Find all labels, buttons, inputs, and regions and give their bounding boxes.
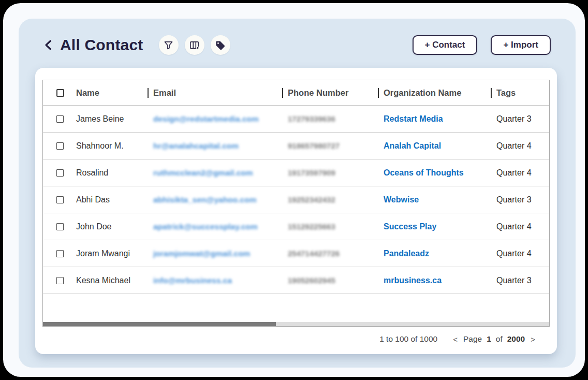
scrollbar-thumb[interactable] xyxy=(43,322,276,326)
organization-link[interactable]: Webwise xyxy=(378,195,491,204)
table-row[interactable]: Shahnoor M. hr@analahcapital.com 9186579… xyxy=(43,132,549,159)
tag-button[interactable] xyxy=(211,35,230,55)
contact-phone: 19252342432 xyxy=(282,195,378,204)
chevron-left-icon xyxy=(42,38,55,52)
row-checkbox-cell xyxy=(43,250,76,257)
horizontal-scrollbar[interactable] xyxy=(43,322,549,326)
contact-email[interactable]: apatrick@successplay.com xyxy=(148,222,282,231)
contact-phone: 254714427726 xyxy=(282,249,378,258)
contact-phone: 19173597909 xyxy=(282,168,378,177)
organization-link[interactable]: Redstart Media xyxy=(378,114,491,124)
contact-phone: 918657980727 xyxy=(282,141,378,150)
organization-link[interactable]: Analah Capital xyxy=(378,141,491,151)
contact-phone: 15129225663 xyxy=(282,222,378,231)
table-row[interactable]: Rosalind ruthmcclean2@gmail.com 19173597… xyxy=(43,159,549,186)
select-all-cell xyxy=(43,89,76,97)
organization-link[interactable]: Success Play xyxy=(378,222,491,231)
contact-tag: Quarter 3 xyxy=(491,114,549,124)
row-checkbox[interactable] xyxy=(56,142,64,150)
contact-email[interactable]: design@redstartmedia.com xyxy=(148,114,282,124)
contact-email[interactable]: joramjomwat@gmail.com xyxy=(148,249,282,258)
contact-name: John Doe xyxy=(76,222,148,231)
contact-email[interactable]: info@mrbusiness.ca xyxy=(148,276,282,285)
organization-link[interactable]: mrbusiness.ca xyxy=(378,276,491,285)
add-contact-button[interactable]: + Contact xyxy=(413,35,478,55)
contact-email[interactable]: abhisikta_sen@yahoo.com xyxy=(148,195,282,204)
contact-phone: 19052602945 xyxy=(282,276,378,285)
contact-tag: Quarter 4 xyxy=(491,168,549,178)
empty-row xyxy=(43,294,549,322)
table-row[interactable]: Abhi Das abhisikta_sen@yahoo.com 1925234… xyxy=(43,186,549,213)
row-checkbox-cell xyxy=(43,277,76,284)
contact-email[interactable]: hr@analahcapital.com xyxy=(148,141,282,151)
next-page-icon[interactable]: > xyxy=(530,335,536,344)
contact-name: Abhi Das xyxy=(76,195,148,204)
column-header-organization[interactable]: Organization Name xyxy=(378,88,491,98)
row-checkbox[interactable] xyxy=(56,250,64,257)
table-row[interactable]: Joram Mwangi joramjomwat@gmail.com 25471… xyxy=(43,240,549,267)
contact-tag: Quarter 4 xyxy=(491,222,549,231)
row-checkbox[interactable] xyxy=(56,277,64,284)
row-checkbox-cell xyxy=(43,196,76,203)
pager: < Page 1 of 2000 > xyxy=(452,334,536,344)
total-pages: 2000 xyxy=(507,334,525,344)
contacts-panel: All Contact xyxy=(19,19,576,368)
contact-name: Shahnoor M. xyxy=(76,141,148,151)
pagination-footer: 1 to 100 of 1000 < Page 1 of 2000 > xyxy=(379,334,536,344)
row-checkbox-cell xyxy=(43,115,76,123)
import-button[interactable]: + Import xyxy=(491,35,551,55)
contact-tag: Quarter 3 xyxy=(491,195,549,204)
row-checkbox-cell xyxy=(43,223,76,230)
select-all-checkbox[interactable] xyxy=(56,89,64,97)
filter-icon xyxy=(163,40,174,51)
page-title: All Contact xyxy=(60,36,143,54)
tag-icon xyxy=(215,40,226,51)
contact-name: Rosalind xyxy=(76,168,148,178)
table-header-row: Name Email Phone Number Organization Nam… xyxy=(43,80,549,105)
contacts-table: Name Email Phone Number Organization Nam… xyxy=(42,80,550,327)
table-row[interactable]: John Doe apatrick@successplay.com 151292… xyxy=(43,213,549,240)
contact-name: James Beine xyxy=(76,114,148,124)
contact-email[interactable]: ruthmcclean2@gmail.com xyxy=(148,168,282,178)
table-row[interactable]: Kesna Michael info@mrbusiness.ca 1905260… xyxy=(43,267,549,294)
organization-link[interactable]: Oceans of Thoughts xyxy=(378,168,491,178)
row-checkbox[interactable] xyxy=(56,223,64,230)
filter-button[interactable] xyxy=(159,35,179,55)
contact-tag: Quarter 4 xyxy=(491,249,549,258)
prev-page-icon[interactable]: < xyxy=(452,335,459,344)
organization-link[interactable]: Pandaleadz xyxy=(378,249,491,258)
contact-phone: 17279339636 xyxy=(282,114,378,123)
column-header-phone[interactable]: Phone Number xyxy=(282,88,378,98)
row-checkbox[interactable] xyxy=(56,196,64,203)
row-checkbox-cell xyxy=(43,142,76,150)
contact-tag: Quarter 3 xyxy=(491,276,549,285)
contact-name: Kesna Michael xyxy=(76,276,148,285)
row-checkbox-cell xyxy=(43,169,76,177)
contact-name: Joram Mwangi xyxy=(76,249,148,258)
columns-board-icon xyxy=(189,40,200,51)
page-label: Page xyxy=(463,334,482,344)
current-page: 1 xyxy=(487,334,491,344)
table-row[interactable]: James Beine design@redstartmedia.com 172… xyxy=(43,105,549,132)
back-button[interactable] xyxy=(41,37,56,53)
column-header-email[interactable]: Email xyxy=(148,88,282,98)
range-text: 1 to 100 of 1000 xyxy=(379,334,437,344)
row-checkbox[interactable] xyxy=(56,115,64,123)
contact-tag: Quarter 4 xyxy=(491,141,549,151)
row-checkbox[interactable] xyxy=(56,169,64,177)
header-bar: All Contact xyxy=(19,19,576,56)
of-label: of xyxy=(496,334,503,344)
column-header-name[interactable]: Name xyxy=(76,88,148,98)
columns-button[interactable] xyxy=(185,35,204,55)
contacts-card: Name Email Phone Number Organization Nam… xyxy=(35,68,557,354)
app-window: All Contact xyxy=(3,3,585,377)
column-header-tags[interactable]: Tags xyxy=(491,88,549,98)
